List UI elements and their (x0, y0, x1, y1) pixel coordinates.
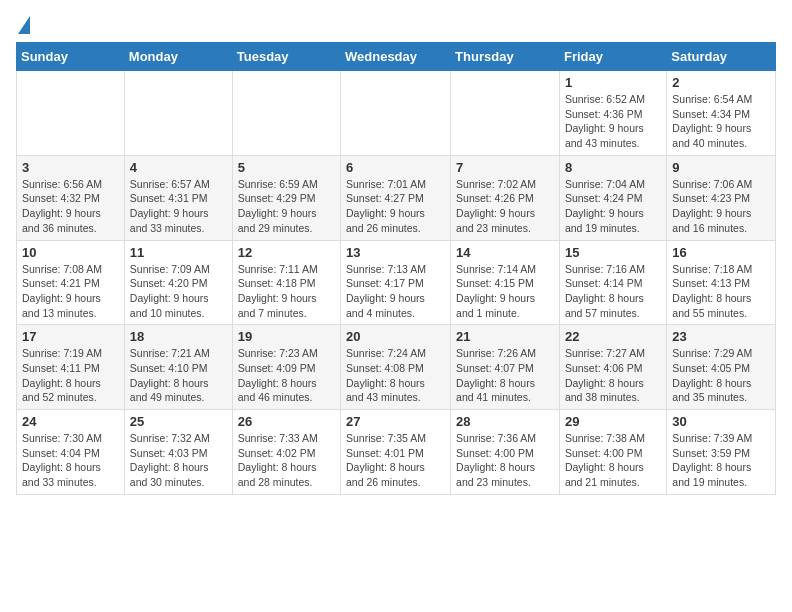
calendar-cell (17, 71, 125, 156)
day-number: 8 (565, 160, 661, 175)
calendar-cell (451, 71, 560, 156)
day-info: Sunrise: 6:54 AM Sunset: 4:34 PM Dayligh… (672, 92, 770, 151)
day-info: Sunrise: 7:38 AM Sunset: 4:00 PM Dayligh… (565, 431, 661, 490)
logo-icon (18, 16, 30, 34)
day-info: Sunrise: 7:36 AM Sunset: 4:00 PM Dayligh… (456, 431, 554, 490)
day-info: Sunrise: 7:04 AM Sunset: 4:24 PM Dayligh… (565, 177, 661, 236)
day-number: 14 (456, 245, 554, 260)
page-header (16, 16, 776, 34)
day-number: 12 (238, 245, 335, 260)
day-number: 4 (130, 160, 227, 175)
calendar-cell: 27Sunrise: 7:35 AM Sunset: 4:01 PM Dayli… (341, 410, 451, 495)
day-info: Sunrise: 7:39 AM Sunset: 3:59 PM Dayligh… (672, 431, 770, 490)
day-number: 17 (22, 329, 119, 344)
weekday-header-friday: Friday (559, 43, 666, 71)
weekday-header-saturday: Saturday (667, 43, 776, 71)
day-number: 10 (22, 245, 119, 260)
calendar-cell: 11Sunrise: 7:09 AM Sunset: 4:20 PM Dayli… (124, 240, 232, 325)
calendar-cell: 12Sunrise: 7:11 AM Sunset: 4:18 PM Dayli… (232, 240, 340, 325)
calendar-cell: 9Sunrise: 7:06 AM Sunset: 4:23 PM Daylig… (667, 155, 776, 240)
calendar-table: SundayMondayTuesdayWednesdayThursdayFrid… (16, 42, 776, 495)
day-info: Sunrise: 7:01 AM Sunset: 4:27 PM Dayligh… (346, 177, 445, 236)
calendar-cell: 1Sunrise: 6:52 AM Sunset: 4:36 PM Daylig… (559, 71, 666, 156)
weekday-header-monday: Monday (124, 43, 232, 71)
calendar-cell: 6Sunrise: 7:01 AM Sunset: 4:27 PM Daylig… (341, 155, 451, 240)
calendar-week-row: 24Sunrise: 7:30 AM Sunset: 4:04 PM Dayli… (17, 410, 776, 495)
day-info: Sunrise: 7:33 AM Sunset: 4:02 PM Dayligh… (238, 431, 335, 490)
day-info: Sunrise: 7:23 AM Sunset: 4:09 PM Dayligh… (238, 346, 335, 405)
calendar-cell: 28Sunrise: 7:36 AM Sunset: 4:00 PM Dayli… (451, 410, 560, 495)
calendar-cell: 14Sunrise: 7:14 AM Sunset: 4:15 PM Dayli… (451, 240, 560, 325)
day-number: 22 (565, 329, 661, 344)
day-info: Sunrise: 7:27 AM Sunset: 4:06 PM Dayligh… (565, 346, 661, 405)
day-number: 18 (130, 329, 227, 344)
calendar-body: 1Sunrise: 6:52 AM Sunset: 4:36 PM Daylig… (17, 71, 776, 495)
day-number: 23 (672, 329, 770, 344)
day-number: 9 (672, 160, 770, 175)
day-info: Sunrise: 6:57 AM Sunset: 4:31 PM Dayligh… (130, 177, 227, 236)
weekday-header-thursday: Thursday (451, 43, 560, 71)
calendar-cell: 3Sunrise: 6:56 AM Sunset: 4:32 PM Daylig… (17, 155, 125, 240)
calendar-week-row: 10Sunrise: 7:08 AM Sunset: 4:21 PM Dayli… (17, 240, 776, 325)
logo (16, 16, 30, 34)
calendar-cell: 30Sunrise: 7:39 AM Sunset: 3:59 PM Dayli… (667, 410, 776, 495)
day-info: Sunrise: 7:16 AM Sunset: 4:14 PM Dayligh… (565, 262, 661, 321)
calendar-week-row: 1Sunrise: 6:52 AM Sunset: 4:36 PM Daylig… (17, 71, 776, 156)
calendar-cell: 23Sunrise: 7:29 AM Sunset: 4:05 PM Dayli… (667, 325, 776, 410)
calendar-cell: 15Sunrise: 7:16 AM Sunset: 4:14 PM Dayli… (559, 240, 666, 325)
weekday-header-tuesday: Tuesday (232, 43, 340, 71)
day-number: 19 (238, 329, 335, 344)
day-info: Sunrise: 7:02 AM Sunset: 4:26 PM Dayligh… (456, 177, 554, 236)
day-info: Sunrise: 7:24 AM Sunset: 4:08 PM Dayligh… (346, 346, 445, 405)
day-info: Sunrise: 7:30 AM Sunset: 4:04 PM Dayligh… (22, 431, 119, 490)
calendar-cell: 2Sunrise: 6:54 AM Sunset: 4:34 PM Daylig… (667, 71, 776, 156)
calendar-cell: 21Sunrise: 7:26 AM Sunset: 4:07 PM Dayli… (451, 325, 560, 410)
day-info: Sunrise: 7:08 AM Sunset: 4:21 PM Dayligh… (22, 262, 119, 321)
day-number: 13 (346, 245, 445, 260)
day-number: 21 (456, 329, 554, 344)
day-info: Sunrise: 7:35 AM Sunset: 4:01 PM Dayligh… (346, 431, 445, 490)
day-number: 29 (565, 414, 661, 429)
calendar-cell (341, 71, 451, 156)
calendar-header: SundayMondayTuesdayWednesdayThursdayFrid… (17, 43, 776, 71)
day-info: Sunrise: 7:26 AM Sunset: 4:07 PM Dayligh… (456, 346, 554, 405)
day-number: 2 (672, 75, 770, 90)
day-number: 3 (22, 160, 119, 175)
day-number: 30 (672, 414, 770, 429)
day-info: Sunrise: 7:18 AM Sunset: 4:13 PM Dayligh… (672, 262, 770, 321)
day-info: Sunrise: 7:09 AM Sunset: 4:20 PM Dayligh… (130, 262, 227, 321)
calendar-cell: 4Sunrise: 6:57 AM Sunset: 4:31 PM Daylig… (124, 155, 232, 240)
day-info: Sunrise: 7:14 AM Sunset: 4:15 PM Dayligh… (456, 262, 554, 321)
calendar-cell: 13Sunrise: 7:13 AM Sunset: 4:17 PM Dayli… (341, 240, 451, 325)
calendar-cell (232, 71, 340, 156)
day-info: Sunrise: 7:21 AM Sunset: 4:10 PM Dayligh… (130, 346, 227, 405)
day-number: 16 (672, 245, 770, 260)
day-number: 26 (238, 414, 335, 429)
calendar-cell: 26Sunrise: 7:33 AM Sunset: 4:02 PM Dayli… (232, 410, 340, 495)
day-info: Sunrise: 6:56 AM Sunset: 4:32 PM Dayligh… (22, 177, 119, 236)
calendar-cell: 22Sunrise: 7:27 AM Sunset: 4:06 PM Dayli… (559, 325, 666, 410)
weekday-header-row: SundayMondayTuesdayWednesdayThursdayFrid… (17, 43, 776, 71)
calendar-cell: 10Sunrise: 7:08 AM Sunset: 4:21 PM Dayli… (17, 240, 125, 325)
calendar-cell: 25Sunrise: 7:32 AM Sunset: 4:03 PM Dayli… (124, 410, 232, 495)
calendar-cell: 5Sunrise: 6:59 AM Sunset: 4:29 PM Daylig… (232, 155, 340, 240)
day-number: 24 (22, 414, 119, 429)
calendar-cell: 24Sunrise: 7:30 AM Sunset: 4:04 PM Dayli… (17, 410, 125, 495)
calendar-cell (124, 71, 232, 156)
calendar-week-row: 17Sunrise: 7:19 AM Sunset: 4:11 PM Dayli… (17, 325, 776, 410)
day-number: 15 (565, 245, 661, 260)
day-number: 1 (565, 75, 661, 90)
calendar-cell: 16Sunrise: 7:18 AM Sunset: 4:13 PM Dayli… (667, 240, 776, 325)
day-number: 5 (238, 160, 335, 175)
day-info: Sunrise: 7:13 AM Sunset: 4:17 PM Dayligh… (346, 262, 445, 321)
calendar-cell: 7Sunrise: 7:02 AM Sunset: 4:26 PM Daylig… (451, 155, 560, 240)
calendar-cell: 19Sunrise: 7:23 AM Sunset: 4:09 PM Dayli… (232, 325, 340, 410)
day-info: Sunrise: 7:29 AM Sunset: 4:05 PM Dayligh… (672, 346, 770, 405)
calendar-cell: 18Sunrise: 7:21 AM Sunset: 4:10 PM Dayli… (124, 325, 232, 410)
day-info: Sunrise: 7:11 AM Sunset: 4:18 PM Dayligh… (238, 262, 335, 321)
day-number: 6 (346, 160, 445, 175)
day-number: 25 (130, 414, 227, 429)
day-number: 27 (346, 414, 445, 429)
day-info: Sunrise: 7:19 AM Sunset: 4:11 PM Dayligh… (22, 346, 119, 405)
calendar-week-row: 3Sunrise: 6:56 AM Sunset: 4:32 PM Daylig… (17, 155, 776, 240)
